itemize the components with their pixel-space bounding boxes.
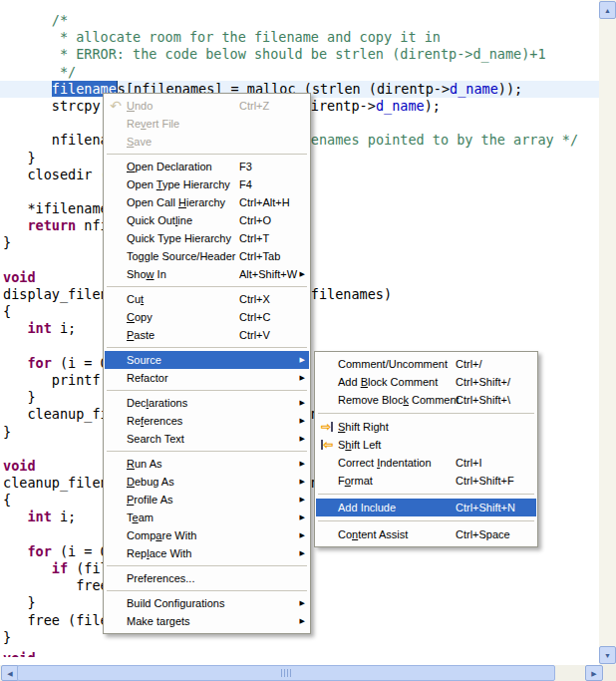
menu-item-label: Content Assist	[338, 528, 408, 540]
scrollbar-corner	[604, 665, 616, 681]
menu-item-quick-type-hierarchy[interactable]: Quick Type HierarchyCtrl+T	[105, 229, 309, 247]
submenu-arrow-icon: ▶	[300, 612, 305, 630]
menu-item-debug-as[interactable]: Debug As▶	[105, 473, 309, 491]
menu-item-accelerator: Ctrl+O	[239, 214, 271, 226]
submenu-arrow-icon: ▶	[300, 544, 305, 562]
menu-item-accelerator: Ctrl+I	[456, 457, 482, 469]
menu-item-make-targets[interactable]: Make targets▶	[105, 612, 309, 630]
menu-item-correct-indentation[interactable]: Correct IndentationCtrl+I	[316, 454, 536, 472]
menu-item-accelerator: Ctrl+/	[456, 358, 482, 370]
menu-item-label: Revert File	[127, 118, 179, 130]
eclipse-editor-screen: /* * allocate room for the filename and …	[0, 0, 616, 681]
menu-item-label: Quick Outline	[127, 214, 192, 226]
submenu-arrow-icon: ▶	[300, 509, 305, 526]
menu-item-label: Format	[338, 475, 373, 487]
menu-item-label: Show In	[127, 268, 166, 280]
menu-item-accelerator: Ctrl+Shift+\	[456, 394, 510, 406]
submenu-arrow-icon: ▶	[300, 455, 305, 473]
submenu-arrow-icon: ▶	[300, 265, 305, 283]
menu-item-profile-as[interactable]: Profile As▶	[105, 491, 309, 509]
shift-right-icon: ⇨	[316, 418, 338, 436]
menu-item-run-as[interactable]: Run As▶	[105, 455, 309, 473]
submenu-arrow-icon: ▶	[300, 394, 305, 412]
menu-item-label: Paste	[127, 329, 154, 341]
menu-item-accelerator: Ctrl+Shift+N	[456, 502, 515, 513]
menu-item-search-text[interactable]: Search Text▶	[105, 430, 309, 448]
horizontal-scrollbar-thumb[interactable]	[17, 665, 555, 681]
menu-item-replace-with[interactable]: Replace With▶	[105, 544, 309, 562]
menu-item-source[interactable]: Source▶	[105, 351, 309, 369]
menu-item-show-in[interactable]: Show InAlt+Shift+W▶	[105, 265, 309, 283]
submenu-arrow-icon: ▶	[300, 351, 305, 369]
menu-item-label: Open Declaration	[127, 161, 212, 172]
menu-item-label: Toggle Source/Header	[127, 250, 235, 262]
menu-item-accelerator: Ctrl+Space	[456, 528, 510, 540]
menu-item-remove-block-comment[interactable]: Remove Block CommentCtrl+Shift+\	[316, 391, 536, 409]
menu-item-references[interactable]: References▶	[105, 412, 309, 430]
menu-item-paste[interactable]: PasteCtrl+V	[105, 326, 309, 344]
menu-item-shift-right[interactable]: ⇨Shift Right	[316, 418, 536, 436]
menu-item-label: Copy	[127, 311, 153, 323]
undo-icon: ↶	[105, 97, 127, 116]
menu-item-accelerator: Ctrl+Z	[239, 100, 269, 112]
vertical-scrollbar[interactable]: ▲ ▼	[599, 0, 616, 665]
menu-item-format[interactable]: FormatCtrl+Shift+F	[316, 472, 536, 490]
menu-item-accelerator: Ctrl+C	[239, 311, 270, 323]
menu-item-toggle-source-header[interactable]: Toggle Source/HeaderCtrl+Tab	[105, 247, 309, 265]
menu-item-open-call-hierarchy[interactable]: Open Call HierarchyCtrl+Alt+H	[105, 193, 309, 211]
menu-item-accelerator: Ctrl+Shift+/	[456, 376, 510, 388]
menu-item-accelerator: F4	[239, 178, 252, 190]
menu-item-label: Replace With	[127, 547, 191, 559]
menu-item-label: Correct Indentation	[338, 457, 432, 469]
code-line: * allocate room for the filename and cop…	[3, 29, 599, 46]
menu-item-label: Compare With	[127, 529, 196, 541]
menu-item-label: Open Call Hierarchy	[127, 196, 225, 208]
source-submenu: Comment/UncommentCtrl+/Add Block Comment…	[314, 351, 538, 547]
menu-item-label: Debug As	[127, 476, 174, 488]
menu-item-label: Quick Type Hierarchy	[127, 232, 231, 244]
menu-item-undo[interactable]: ↶UndoCtrl+Z	[105, 97, 309, 115]
scroll-down-button[interactable]: ▼	[599, 646, 616, 664]
menu-item-add-block-comment[interactable]: Add Block CommentCtrl+Shift+/	[316, 373, 536, 391]
code-line: * ERROR: the code below should be strlen…	[3, 46, 599, 63]
horizontal-scrollbar[interactable]: ◀ ▶	[0, 665, 604, 681]
menu-separator	[318, 494, 534, 495]
menu-item-quick-outline[interactable]: Quick OutlineCtrl+O	[105, 211, 309, 229]
submenu-arrow-icon: ▶	[300, 491, 305, 509]
menu-item-label: Comment/Uncomment	[338, 358, 448, 370]
menu-item-label: Search Text	[127, 433, 184, 445]
submenu-arrow-icon: ▶	[300, 412, 305, 430]
shift-left-icon: ⇦	[316, 436, 338, 454]
menu-item-build-configurations[interactable]: Build Configurations▶	[105, 594, 309, 612]
menu-item-declarations[interactable]: Declarations▶	[105, 394, 309, 412]
menu-item-compare-with[interactable]: Compare With▶	[105, 526, 309, 544]
menu-item-label: Team	[127, 511, 154, 523]
menu-item-label: Add Block Comment	[338, 376, 438, 388]
menu-item-copy[interactable]: CopyCtrl+C	[105, 308, 309, 326]
menu-item-comment-uncomment[interactable]: Comment/UncommentCtrl+/	[316, 355, 536, 373]
menu-item-cut[interactable]: CutCtrl+X	[105, 290, 309, 308]
submenu-arrow-icon: ▶	[300, 594, 305, 612]
menu-item-revert-file[interactable]: Revert File	[105, 115, 309, 133]
submenu-arrow-icon: ▶	[300, 473, 305, 491]
menu-item-refactor[interactable]: Refactor▶	[105, 369, 309, 387]
menu-item-save[interactable]: Save	[105, 133, 309, 151]
menu-item-label: Undo	[127, 100, 153, 112]
editor-context-menu: ↶UndoCtrl+ZRevert FileSaveOpen Declarati…	[103, 93, 311, 634]
menu-item-open-declaration[interactable]: Open DeclarationF3	[105, 158, 309, 175]
scroll-up-button[interactable]: ▲	[599, 1, 616, 19]
menu-item-accelerator: Ctrl+Alt+H	[239, 196, 290, 208]
menu-item-shift-left[interactable]: ⇦Shift Left	[316, 436, 536, 454]
menu-separator	[318, 413, 534, 414]
scroll-right-button[interactable]: ▶	[585, 665, 603, 681]
menu-item-label: Make targets	[127, 615, 190, 627]
menu-separator	[107, 451, 307, 452]
menu-separator	[318, 520, 534, 521]
menu-item-preferences[interactable]: Preferences...	[105, 569, 309, 587]
menu-item-label: Refactor	[127, 372, 168, 384]
menu-item-open-type-hierarchy[interactable]: Open Type HierarchyF4	[105, 175, 309, 193]
menu-item-content-assist[interactable]: Content AssistCtrl+Space	[316, 525, 536, 543]
menu-item-team[interactable]: Team▶	[105, 509, 309, 526]
menu-item-label: Shift Right	[338, 421, 389, 433]
menu-item-add-include[interactable]: Add IncludeCtrl+Shift+N	[316, 499, 536, 516]
